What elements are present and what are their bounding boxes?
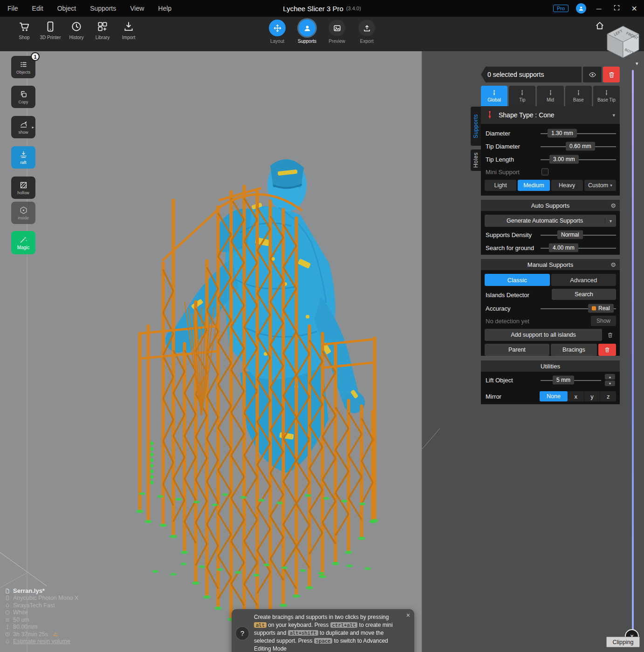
tab-supports-panel[interactable]: Supports (471, 107, 481, 146)
menu-object[interactable]: Object (57, 5, 76, 12)
tip-diameter-value[interactable]: 0.60 mm (566, 142, 595, 151)
shape-type-dropdown[interactable]: Shape Type : Cone ▾ (481, 106, 620, 124)
close-button[interactable]: × (629, 3, 639, 14)
mini-support-label: Mini Support (486, 169, 520, 176)
status-z-height: 80.00mm (5, 624, 78, 630)
supports-density-label: Supports Density (486, 231, 532, 238)
density-heavy-button[interactable]: Heavy (551, 180, 583, 191)
chevron-down-icon[interactable]: ▾ (605, 218, 616, 224)
home-view-button[interactable] (595, 20, 605, 31)
density-custom-button[interactable]: Custom ▾ (584, 180, 616, 191)
search-ground-value[interactable]: 4.00 mm (549, 244, 578, 252)
stepper-up-button[interactable]: ▲ (605, 374, 615, 380)
show-islands-button[interactable]: Show (591, 316, 616, 326)
density-light-button[interactable]: Light (485, 180, 516, 191)
mini-support-checkbox[interactable] (541, 169, 548, 176)
chevron-down-icon: ▾ (612, 112, 615, 118)
mirror-z-button[interactable]: z (600, 391, 616, 401)
delete-islands-button[interactable] (604, 332, 616, 339)
sidebar-item-magic[interactable]: Magic (11, 231, 35, 254)
tab-preview[interactable]: Preview (322, 20, 352, 44)
warning-icon: ⚠ (53, 631, 58, 638)
sidebar-item-show[interactable]: show ▸ (11, 116, 35, 138)
tab-export[interactable]: Export (352, 20, 382, 44)
raft-icon (19, 150, 28, 159)
sidebar-item-copy[interactable]: Copy (11, 86, 35, 108)
menu-help[interactable]: Help (158, 5, 171, 12)
lift-object-value[interactable]: 5 mm (553, 376, 574, 385)
diameter-value[interactable]: 1.30 mm (548, 129, 577, 138)
classic-tab[interactable]: Classic (485, 274, 550, 286)
status-layer-height: 50 um (5, 617, 78, 623)
auto-supports-title: Auto Supports (531, 202, 569, 209)
minimize-button[interactable]: ─ (594, 5, 604, 13)
show-expand-arrow[interactable]: ▸ (32, 125, 34, 129)
history-button[interactable]: History (63, 20, 89, 40)
library-button[interactable]: Library (89, 20, 116, 40)
clipping-button[interactable]: Clipping (606, 637, 640, 647)
import-button[interactable]: Import (116, 20, 142, 40)
status-color: White (5, 610, 78, 616)
delete-supports-button[interactable] (603, 67, 620, 82)
clipping-slider[interactable] (632, 70, 634, 632)
search-islands-button[interactable]: Search (552, 289, 616, 300)
tab-mid[interactable]: Mid (537, 86, 563, 106)
tooltip-close-icon[interactable]: × (406, 611, 410, 619)
printer-button[interactable]: 3D Printer (37, 20, 63, 40)
toggle-supports-visibility-button[interactable] (583, 67, 602, 82)
sidebar-item-hollow[interactable]: hollow (11, 177, 35, 199)
accuracy-value[interactable]: Real (588, 304, 614, 313)
file-icon (5, 588, 10, 594)
sidebar-item-inside[interactable]: inside (11, 202, 35, 224)
utilities-title: Utilities (541, 363, 560, 370)
accuracy-label: Accuracy (486, 305, 510, 312)
menu-supports[interactable]: Supports (90, 5, 116, 12)
support-pin-icon (603, 89, 610, 96)
mirror-x-button[interactable]: x (568, 391, 584, 401)
user-avatar[interactable] (576, 3, 586, 14)
tab-layout[interactable]: Layout (262, 20, 292, 44)
cube-menu-caret[interactable]: ▾ (636, 61, 638, 67)
bracings-button[interactable]: Bracings (551, 344, 597, 356)
menu-view[interactable]: View (130, 5, 144, 12)
mirror-label: Mirror (486, 393, 501, 400)
generate-supports-button[interactable]: Generate Automatic Supports ▾ (485, 215, 616, 227)
shop-button[interactable]: Shop (11, 20, 37, 40)
view-cube[interactable]: LEFT FRONT BOTTOM (604, 24, 641, 61)
mirror-y-button[interactable]: y (584, 391, 600, 401)
tab-holes-panel[interactable]: Holes (471, 149, 481, 171)
tip-length-value[interactable]: 3.00 mm (549, 155, 579, 164)
menu-edit[interactable]: Edit (32, 5, 43, 12)
stepper-down-button[interactable]: ▼ (605, 380, 615, 386)
history-icon (70, 20, 82, 33)
help-icon[interactable]: ? (235, 626, 249, 640)
parent-button[interactable]: Parent (485, 344, 549, 356)
estimate-resin-link[interactable]: Estimate resin volume (5, 638, 78, 645)
tab-global[interactable]: Global (481, 86, 507, 106)
tab-base-tip[interactable]: Base Tip (593, 86, 620, 106)
sidebar-item-raft[interactable]: raft (11, 146, 35, 169)
show-icon (19, 120, 28, 129)
print-status-block: Serran.lys* Anycubic Photon Mono X Siray… (5, 588, 78, 645)
manual-supports-title: Manual Supports (528, 261, 573, 268)
kbd-ctrl-alt: ctrl+alt (330, 622, 358, 628)
advanced-tab[interactable]: Advanced (551, 274, 617, 286)
tab-tip[interactable]: Tip (509, 86, 535, 106)
trash-icon (608, 71, 616, 79)
density-medium-button[interactable]: Medium (518, 180, 549, 191)
delete-manual-button[interactable] (598, 344, 616, 356)
color-icon (5, 610, 10, 615)
supports-icon (299, 20, 315, 36)
gear-icon[interactable]: ⚙ (610, 261, 616, 268)
titlebar: File Edit Object Supports View Help Lych… (0, 0, 644, 17)
gear-icon[interactable]: ⚙ (610, 202, 616, 209)
supports-density-value[interactable]: Normal (557, 231, 583, 239)
mirror-none-button[interactable]: None (540, 391, 568, 401)
menu-file[interactable]: File (7, 5, 18, 12)
islands-detector-label: Islands Detector (486, 292, 529, 299)
add-support-islands-button[interactable]: Add support to all islands (485, 329, 602, 341)
maximize-button[interactable] (611, 4, 622, 13)
tab-supports[interactable]: Supports (292, 20, 322, 44)
trash-icon (607, 332, 614, 339)
tab-base[interactable]: Base (565, 86, 592, 106)
